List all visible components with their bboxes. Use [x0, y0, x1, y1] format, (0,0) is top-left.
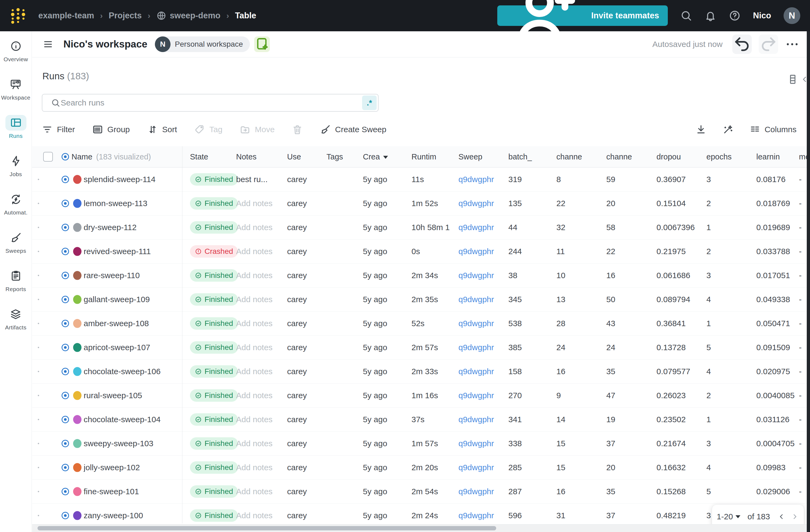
run-sweep-link[interactable]: q9dwgphr — [458, 463, 494, 472]
download-button[interactable] — [696, 124, 707, 135]
breadcrumb-sweep-demo[interactable]: sweep-demo — [156, 11, 221, 21]
run-notes[interactable]: best ru... — [236, 175, 268, 184]
sidebar-item-artifacts[interactable]: Artifacts — [5, 306, 27, 331]
run-name-link[interactable]: fine-sweep-101 — [84, 487, 139, 496]
sidebar-item-automat[interactable]: Automat. — [4, 192, 28, 216]
drag-handle[interactable] — [38, 347, 39, 348]
run-sweep-link[interactable]: q9dwgphr — [458, 247, 494, 256]
run-sweep-link[interactable]: q9dwgphr — [458, 199, 494, 208]
sidebar-item-reports[interactable]: Reports — [5, 268, 27, 292]
create-sweep-button[interactable]: Create Sweep — [320, 124, 386, 135]
run-notes[interactable]: Add notes — [236, 343, 273, 352]
visualize-run-eye-icon[interactable] — [61, 511, 70, 520]
next-page-chevron-icon[interactable] — [791, 512, 799, 521]
run-sweep-link[interactable]: q9dwgphr — [458, 439, 494, 448]
invite-teammates-button[interactable]: Invite teammates — [497, 5, 668, 26]
col-header-sweep[interactable]: Sweep — [458, 152, 483, 161]
drag-handle[interactable] — [38, 275, 39, 276]
run-notes[interactable]: Add notes — [236, 511, 273, 520]
run-name-link[interactable]: amber-sweep-108 — [84, 319, 149, 328]
run-notes[interactable]: Add notes — [236, 367, 273, 376]
run-name-link[interactable]: apricot-sweep-107 — [84, 343, 150, 352]
drag-handle[interactable] — [38, 443, 39, 444]
visualize-run-eye-icon[interactable] — [61, 487, 70, 496]
drag-handle[interactable] — [38, 203, 39, 204]
run-name-link[interactable]: gallant-sweep-109 — [84, 295, 150, 304]
run-sweep-link[interactable]: q9dwgphr — [458, 415, 494, 424]
run-sweep-link[interactable]: q9dwgphr — [458, 175, 494, 184]
workspace-menu-icon[interactable] — [43, 39, 53, 49]
breadcrumb-example-team[interactable]: example-team — [38, 11, 94, 20]
col-header-channe[interactable]: channe — [606, 152, 632, 161]
run-notes[interactable]: Add notes — [236, 247, 273, 256]
run-sweep-link[interactable]: q9dwgphr — [458, 271, 494, 280]
run-notes[interactable]: Add notes — [236, 199, 273, 208]
search-input[interactable] — [60, 98, 362, 108]
collapsed-panel-edge[interactable] — [807, 31, 810, 532]
help-icon[interactable] — [729, 10, 741, 21]
col-header-epochs[interactable]: epochs — [707, 152, 732, 161]
drag-handle[interactable] — [38, 251, 39, 252]
wand-button[interactable] — [723, 124, 733, 135]
page-size-dropdown[interactable]: 1-20 — [717, 512, 740, 521]
run-sweep-link[interactable]: q9dwgphr — [458, 487, 494, 496]
run-name-link[interactable]: sweepy-sweep-103 — [84, 439, 153, 448]
breadcrumb-table[interactable]: Table — [235, 11, 256, 20]
sidebar-item-workspace[interactable]: Workspace — [1, 77, 30, 101]
visualize-run-eye-icon[interactable] — [61, 463, 70, 472]
visualize-run-eye-icon[interactable] — [61, 271, 70, 280]
visualize-run-eye-icon[interactable] — [61, 391, 70, 400]
search-icon[interactable] — [680, 10, 692, 21]
wandb-logo[interactable] — [10, 7, 27, 24]
run-name-link[interactable]: rural-sweep-105 — [84, 391, 142, 400]
run-sweep-link[interactable]: q9dwgphr — [458, 223, 494, 232]
col-header-channe[interactable]: channe — [556, 152, 582, 161]
regex-toggle-button[interactable]: .* — [362, 96, 377, 110]
run-notes[interactable]: Add notes — [236, 487, 273, 496]
sort-button[interactable]: Sort — [147, 124, 177, 135]
col-header-learnin[interactable]: learnin — [756, 152, 780, 161]
run-name-link[interactable]: chocolate-sweep-106 — [84, 367, 161, 376]
visualize-run-eye-icon[interactable] — [61, 246, 70, 256]
col-header-tags[interactable]: Tags — [326, 152, 343, 161]
quick-panel-icon[interactable] — [254, 36, 270, 52]
run-notes[interactable]: Add notes — [236, 295, 273, 304]
filter-button[interactable]: Filter — [42, 124, 75, 135]
drag-handle[interactable] — [38, 371, 39, 372]
run-sweep-link[interactable]: q9dwgphr — [458, 367, 494, 376]
run-notes[interactable]: Add notes — [236, 463, 273, 472]
drag-handle[interactable] — [38, 467, 39, 468]
visualize-run-eye-icon[interactable] — [61, 415, 70, 424]
sidebar-item-runs[interactable]: Runs — [5, 115, 27, 139]
visualize-run-eye-icon[interactable] — [61, 319, 70, 328]
columns-button[interactable]: Columns — [749, 124, 796, 135]
breadcrumb-projects[interactable]: Projects — [109, 11, 142, 20]
sidebar-item-jobs[interactable]: Jobs — [5, 153, 27, 178]
col-header-batch_[interactable]: batch_ — [508, 152, 532, 161]
run-name-link[interactable]: revived-sweep-111 — [84, 247, 151, 256]
avatar[interactable]: N — [783, 7, 800, 24]
run-name-link[interactable]: lemon-sweep-113 — [84, 199, 147, 208]
drag-handle[interactable] — [38, 491, 39, 492]
run-name-link[interactable]: zany-sweep-100 — [84, 511, 143, 520]
sidebar-item-sweeps[interactable]: Sweeps — [5, 230, 27, 254]
col-header-crea[interactable]: Crea — [363, 152, 388, 161]
visualize-run-eye-icon[interactable] — [61, 295, 70, 304]
run-notes[interactable]: Add notes — [236, 439, 273, 448]
run-notes[interactable]: Add notes — [236, 319, 273, 328]
drag-handle[interactable] — [38, 179, 39, 180]
run-notes[interactable]: Add notes — [236, 271, 273, 280]
col-header-dropou[interactable]: dropou — [657, 152, 681, 161]
col-header-use[interactable]: Use — [287, 152, 301, 161]
run-notes[interactable]: Add notes — [236, 391, 273, 400]
notifications-bell-icon[interactable] — [704, 10, 716, 21]
group-button[interactable]: Group — [92, 124, 130, 135]
col-header-state[interactable]: State — [190, 152, 208, 161]
run-notes[interactable]: Add notes — [236, 415, 273, 424]
drag-handle[interactable] — [38, 227, 39, 228]
col-header-name[interactable]: Name(183 visualized) — [71, 152, 151, 161]
run-sweep-link[interactable]: q9dwgphr — [458, 343, 494, 352]
col-header-notes[interactable]: Notes — [236, 152, 257, 161]
visualize-run-eye-icon[interactable] — [61, 439, 70, 448]
prev-page-chevron-icon[interactable] — [777, 512, 786, 521]
